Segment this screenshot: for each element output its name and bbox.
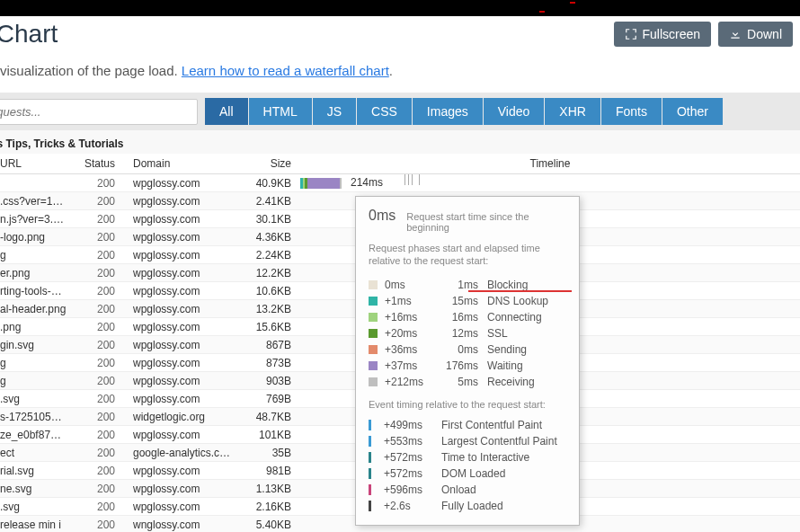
cell-status: 200 <box>72 265 120 281</box>
event-row: +2.6sFully Loaded <box>369 498 566 514</box>
phase-label: Blocking <box>487 279 528 291</box>
cell-status: 200 <box>72 337 120 353</box>
phase-duration: 16ms <box>435 311 478 324</box>
fullscreen-button[interactable]: Fullscreen <box>614 22 712 47</box>
cell-domain: wpglossy.com <box>120 175 237 191</box>
phase-start: +212ms <box>385 376 435 388</box>
event-label: First Contentful Paint <box>441 419 542 431</box>
cell-domain: wpglossy.com <box>120 391 237 407</box>
filter-input[interactable] <box>0 99 198 125</box>
top-black-bar <box>0 0 800 16</box>
phase-row: +36ms0msSending <box>369 341 566 358</box>
cell-domain: wpglossy.com <box>120 283 237 299</box>
cell-url: g <box>0 373 72 389</box>
cell-status: 200 <box>72 175 120 191</box>
phase-label: Receiving <box>487 376 535 388</box>
event-label: Time to Interactive <box>441 451 529 464</box>
event-label: Fully Loaded <box>441 500 503 512</box>
cell-size: 5.40KB <box>237 517 300 533</box>
cell-domain: google-analytics.com <box>120 445 237 461</box>
event-color-bar <box>369 484 371 495</box>
phase-duration: 15ms <box>435 295 478 307</box>
tooltip-start-label: Request start time since the beginning <box>406 211 566 233</box>
cell-status: 200 <box>72 193 120 209</box>
cell-url: ne.svg <box>0 481 72 497</box>
cell-domain: wpglossy.com <box>120 193 237 209</box>
table-row[interactable]: 200wpglossy.com40.9KB214ms <box>0 174 800 192</box>
tooltip-start-time: 0ms <box>369 208 396 224</box>
th-domain[interactable]: Domain <box>120 154 237 173</box>
event-time: +499ms <box>384 419 441 431</box>
cell-status: 200 <box>72 481 120 497</box>
tab-xhr[interactable]: XHR <box>545 98 600 125</box>
th-timeline[interactable]: Timeline <box>300 154 800 173</box>
cell-status: 200 <box>72 427 120 443</box>
cell-size: 1.13KB <box>237 481 300 497</box>
cell-url: .svg <box>0 499 72 515</box>
tab-all[interactable]: All <box>205 98 248 125</box>
cell-size: 4.36KB <box>237 229 300 245</box>
tab-html[interactable]: HTML <box>249 98 312 125</box>
cell-domain: wpglossy.com <box>120 211 237 227</box>
cell-url: rial.svg <box>0 463 72 479</box>
tab-video[interactable]: Video <box>484 98 545 125</box>
phase-row: +20ms12msSSL <box>369 325 566 341</box>
cell-size: 101KB <box>237 427 300 443</box>
th-status[interactable]: Status <box>72 154 120 173</box>
download-button[interactable]: Downl <box>718 22 793 47</box>
phase-color-swatch <box>369 345 378 354</box>
phase-color-swatch <box>369 377 378 386</box>
tab-js[interactable]: JS <box>313 98 356 125</box>
cell-domain: wpglossy.com <box>120 229 237 245</box>
cell-url: .svg <box>0 391 72 407</box>
cell-url: .png <box>0 319 72 335</box>
cell-status: 200 <box>72 355 120 371</box>
cell-size: 873B <box>237 355 300 371</box>
header: all Chart Fullscreen Downl <box>0 16 800 49</box>
tab-images[interactable]: Images <box>413 98 483 125</box>
cell-status: 200 <box>72 463 120 479</box>
phase-row: +1ms15msDNS Lookup <box>369 293 566 309</box>
phase-duration: 0ms <box>435 343 478 356</box>
event-row: +499msFirst Contentful Paint <box>369 417 566 433</box>
tooltip-phases-title: Request phases start and elapsed time re… <box>369 242 566 268</box>
tab-fonts[interactable]: Fonts <box>601 98 662 125</box>
cell-size: 10.6KB <box>237 283 300 299</box>
event-color-bar <box>369 436 371 447</box>
cell-status: 200 <box>72 319 120 335</box>
cell-url: -logo.png <box>0 229 72 245</box>
cell-size: 13.2KB <box>237 301 300 317</box>
phase-label: Waiting <box>487 359 523 372</box>
phase-row: +37ms176msWaiting <box>369 358 566 374</box>
download-label: Downl <box>747 27 782 41</box>
cell-status: 200 <box>72 247 120 263</box>
event-row: +553msLargest Contentful Paint <box>369 433 566 449</box>
fullscreen-icon <box>625 28 637 40</box>
cell-size: 12.2KB <box>237 265 300 281</box>
tooltip-events-title: Event timing relative to the request sta… <box>369 399 566 410</box>
cell-size: 903B <box>237 373 300 389</box>
cell-size: 35B <box>237 445 300 461</box>
tab-other[interactable]: Other <box>662 98 723 125</box>
cell-url: s-1725105600... <box>0 409 72 425</box>
th-url[interactable]: URL <box>0 154 72 173</box>
th-size[interactable]: Size <box>237 154 300 173</box>
tooltip-events: +499msFirst Contentful Paint+553msLarges… <box>369 417 566 514</box>
subtitle-link[interactable]: Learn how to read a waterfall chart <box>182 63 389 78</box>
cell-url: .css?ver=172... <box>0 193 72 209</box>
cell-size: 769B <box>237 391 300 407</box>
tab-css[interactable]: CSS <box>357 98 412 125</box>
cell-domain: wpglossy.com <box>120 301 237 317</box>
event-color-bar <box>369 420 371 430</box>
event-row: +572msDOM Loaded <box>369 466 566 482</box>
phase-color-swatch <box>369 297 378 306</box>
event-color-bar <box>369 452 371 463</box>
cell-size: 2.24KB <box>237 247 300 263</box>
event-color-bar <box>369 501 371 511</box>
phase-start: 0ms <box>385 279 435 291</box>
phase-row: +212ms5msReceiving <box>369 374 566 390</box>
phase-start: +20ms <box>385 327 435 340</box>
cell-url: al-header.png <box>0 301 72 317</box>
cell-status: 200 <box>72 301 120 317</box>
cell-url: g <box>0 355 72 371</box>
